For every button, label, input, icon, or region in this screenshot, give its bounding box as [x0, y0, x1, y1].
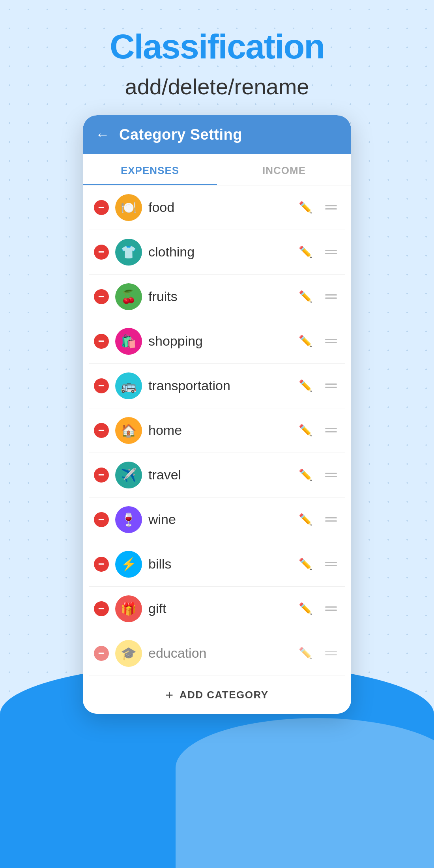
page-subtitle: add/delete/rename — [0, 74, 434, 99]
edit-icon[interactable]: ✏️ — [296, 465, 316, 485]
delete-button[interactable]: − — [94, 512, 109, 527]
edit-icon[interactable]: ✏️ — [296, 510, 316, 529]
background-wave-light — [176, 718, 434, 868]
add-category-label: ADD CATEGORY — [180, 689, 269, 701]
category-icon: 🛍️ — [115, 328, 142, 355]
category-icon: 🎁 — [115, 595, 142, 622]
app-bar: ← Category Setting — [83, 115, 351, 154]
list-item: − 🍽️ food ✏️ — [89, 185, 345, 230]
list-item: − 🍷 wine ✏️ — [89, 498, 345, 542]
phone-card: ← Category Setting EXPENSES INCOME − 🍽️ … — [83, 115, 351, 714]
edit-icon[interactable]: ✏️ — [296, 554, 316, 574]
drag-handle-icon[interactable] — [322, 559, 340, 569]
drag-handle-icon[interactable] — [322, 380, 340, 391]
delete-button[interactable]: − — [94, 468, 109, 483]
back-button[interactable]: ← — [95, 127, 110, 142]
list-item: − ✈️ travel ✏️ — [89, 453, 345, 498]
delete-button[interactable]: − — [94, 423, 109, 438]
category-icon: 🍒 — [115, 283, 142, 310]
category-icon: ⚡ — [115, 551, 142, 578]
delete-button[interactable]: − — [94, 378, 109, 393]
list-item: − 🍒 fruits ✏️ — [89, 275, 345, 319]
delete-button[interactable]: − — [94, 245, 109, 260]
category-name: bills — [148, 556, 289, 572]
edit-icon[interactable]: ✏️ — [296, 599, 316, 618]
category-name: education — [148, 645, 289, 661]
list-item: − 🏠 home ✏️ — [89, 408, 345, 453]
category-list: − 🍽️ food ✏️ − 👕 clothing ✏️ − 🍒 fruits … — [83, 185, 351, 676]
category-icon: 🚌 — [115, 372, 142, 399]
category-name: gift — [148, 601, 289, 616]
delete-button[interactable]: − — [94, 557, 109, 572]
drag-handle-icon[interactable] — [322, 247, 340, 257]
edit-icon[interactable]: ✏️ — [296, 376, 316, 395]
edit-icon[interactable]: ✏️ — [296, 198, 316, 217]
delete-button[interactable]: − — [94, 646, 109, 661]
edit-icon[interactable]: ✏️ — [296, 331, 316, 351]
category-icon: 🍽️ — [115, 194, 142, 221]
category-name: travel — [148, 467, 289, 483]
drag-handle-icon[interactable] — [322, 514, 340, 525]
edit-icon[interactable]: ✏️ — [296, 287, 316, 306]
category-name: fruits — [148, 289, 289, 304]
drag-handle-icon[interactable] — [322, 470, 340, 480]
tab-bar: EXPENSES INCOME — [83, 154, 351, 185]
category-name: wine — [148, 512, 289, 527]
category-name: shopping — [148, 333, 289, 349]
category-icon: 🏠 — [115, 417, 142, 444]
delete-button[interactable]: − — [94, 601, 109, 616]
category-icon: ✈️ — [115, 462, 142, 488]
edit-icon[interactable]: ✏️ — [296, 644, 316, 663]
page-title: Classification — [0, 28, 434, 66]
category-name: clothing — [148, 244, 289, 260]
list-item: − 👕 clothing ✏️ — [89, 230, 345, 275]
header-section: Classification add/delete/rename — [0, 0, 434, 115]
category-icon: 🎓 — [115, 640, 142, 667]
edit-icon[interactable]: ✏️ — [296, 421, 316, 440]
drag-handle-icon[interactable] — [322, 291, 340, 302]
drag-handle-icon[interactable] — [322, 202, 340, 213]
category-name: food — [148, 200, 289, 215]
delete-button[interactable]: − — [94, 200, 109, 215]
category-name: transportation — [148, 378, 289, 393]
drag-handle-icon[interactable] — [322, 603, 340, 614]
category-name: home — [148, 423, 289, 438]
list-item: − ⚡ bills ✏️ — [89, 542, 345, 587]
add-category-button[interactable]: + ADD CATEGORY — [83, 676, 351, 714]
delete-button[interactable]: − — [94, 334, 109, 349]
tab-expenses[interactable]: EXPENSES — [83, 154, 217, 185]
list-item: − 🎁 gift ✏️ — [89, 587, 345, 631]
list-item: − 🚌 transportation ✏️ — [89, 364, 345, 408]
drag-handle-icon[interactable] — [322, 425, 340, 436]
drag-handle-icon[interactable] — [322, 336, 340, 346]
category-icon: 🍷 — [115, 506, 142, 533]
add-plus-icon: + — [165, 687, 174, 703]
delete-button[interactable]: − — [94, 289, 109, 304]
category-icon: 👕 — [115, 239, 142, 266]
drag-handle-icon[interactable] — [322, 648, 340, 658]
list-item: − 🛍️ shopping ✏️ — [89, 319, 345, 364]
edit-icon[interactable]: ✏️ — [296, 242, 316, 262]
tab-income[interactable]: INCOME — [217, 154, 351, 185]
app-bar-title: Category Setting — [119, 126, 242, 143]
list-item: − 🎓 education ✏️ — [89, 631, 345, 676]
